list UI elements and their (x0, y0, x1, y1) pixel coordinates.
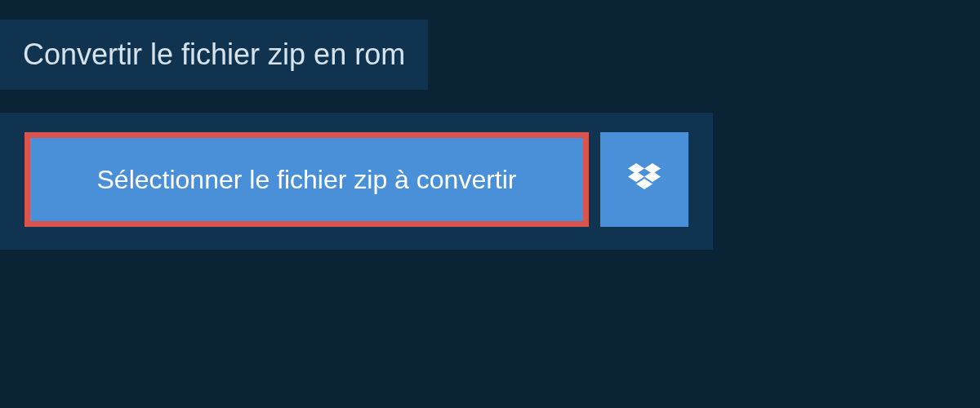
select-file-button[interactable]: Sélectionner le fichier zip à convertir (24, 132, 589, 227)
select-file-label: Sélectionner le fichier zip à convertir (96, 165, 516, 195)
action-panel: Sélectionner le fichier zip à convertir (0, 113, 713, 250)
page-title: Convertir le fichier zip en rom (23, 38, 405, 71)
dropbox-button[interactable] (600, 132, 688, 227)
dropbox-icon (628, 163, 661, 196)
title-bar: Convertir le fichier zip en rom (0, 20, 428, 90)
